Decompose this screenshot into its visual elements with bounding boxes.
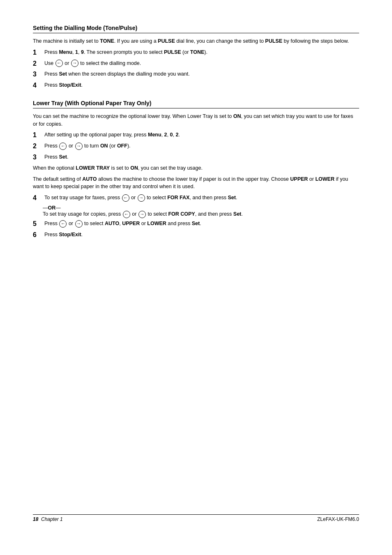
step-text: Press Stop/Exit. (44, 81, 359, 89)
left-arrow-icon: ← (59, 220, 67, 228)
or-block: —OR— To set tray usage for copies, press… (43, 205, 359, 218)
step-num: 6 (33, 231, 43, 240)
step-text: After setting up the optional paper tray… (44, 131, 359, 139)
step-text: To set tray usage for faxes, press ← or … (44, 194, 359, 202)
section-dialling-mode: Setting the Dialling Mode (Tone/Pulse) T… (33, 25, 359, 90)
step-dialling-3: 3 Press Set when the screen displays the… (33, 70, 359, 79)
right-arrow-icon: → (71, 60, 78, 67)
footer-doc-id: ZLeFAX-UK-FM6.0 (317, 516, 359, 522)
lower-tray-middle-text-2: The default setting of AUTO allows the m… (33, 175, 359, 191)
step-num: 1 (33, 48, 43, 57)
step-lower-5: 5 Press ← or → to select AUTO, UPPER or … (33, 220, 359, 228)
step-lower-1: 1 After setting up the optional paper tr… (33, 131, 359, 140)
footer-page-num: 18 Chapter 1 (33, 516, 63, 522)
step-text: Press Menu, 1, 9. The screen prompts you… (44, 48, 359, 56)
step-dialling-4: 4 Press Stop/Exit. (33, 81, 359, 90)
step-text: Press Set. (44, 153, 359, 161)
step-lower-3: 3 Press Set. (33, 153, 359, 162)
step-lower-4: 4 To set tray usage for faxes, press ← o… (33, 194, 359, 203)
step-lower-2: 2 Press ← or → to turn ON (or OFF). (33, 142, 359, 151)
step-num: 5 (33, 220, 43, 228)
step-text: Press Stop/Exit. (44, 231, 359, 239)
step-num: 3 (33, 70, 43, 79)
step-dialling-1: 1 Press Menu, 1, 9. The screen prompts y… (33, 48, 359, 57)
step-text: Press ← or → to turn ON (or OFF). (44, 142, 359, 150)
section-lower-tray: Lower Tray (With Optional Paper Tray Onl… (33, 100, 359, 240)
step-text: Use ← or → to select the dialling mode. (44, 60, 359, 67)
step-num: 3 (33, 153, 43, 162)
step-num: 1 (33, 131, 43, 140)
step-num: 2 (33, 142, 43, 151)
left-arrow-icon: ← (59, 143, 67, 150)
footer-rule (33, 514, 359, 515)
right-arrow-icon: → (138, 194, 145, 202)
left-arrow-icon: ← (123, 211, 130, 218)
section-title-lower-tray: Lower Tray (With Optional Paper Tray Onl… (33, 100, 359, 108)
step-text: Press ← or → to select AUTO, UPPER or LO… (44, 220, 359, 228)
step-num: 2 (33, 60, 43, 68)
section-title-dialling: Setting the Dialling Mode (Tone/Pulse) (33, 25, 359, 33)
footer-content: 18 Chapter 1 ZLeFAX-UK-FM6.0 (33, 516, 359, 522)
step-dialling-2: 2 Use ← or → to select the dialling mode… (33, 60, 359, 68)
right-arrow-icon: → (75, 143, 83, 150)
step-num: 4 (33, 194, 43, 203)
section-lower-tray-intro: You can set the machine to recognize the… (33, 113, 359, 128)
left-arrow-icon: ← (55, 60, 63, 67)
page: Setting the Dialling Mode (Tone/Pulse) T… (0, 0, 392, 555)
lower-tray-middle-text-1: When the optional LOWER TRAY is set to O… (33, 164, 359, 172)
step-num: 4 (33, 81, 43, 90)
right-arrow-icon: → (75, 220, 83, 228)
step-lower-6: 6 Press Stop/Exit. (33, 231, 359, 240)
left-arrow-icon: ← (122, 194, 129, 202)
step-text: Press Set when the screen displays the d… (44, 70, 359, 78)
right-arrow-icon: → (138, 211, 146, 218)
footer: 18 Chapter 1 ZLeFAX-UK-FM6.0 (33, 514, 359, 522)
section-dialling-intro: The machine is initially set to TONE. If… (33, 37, 359, 45)
